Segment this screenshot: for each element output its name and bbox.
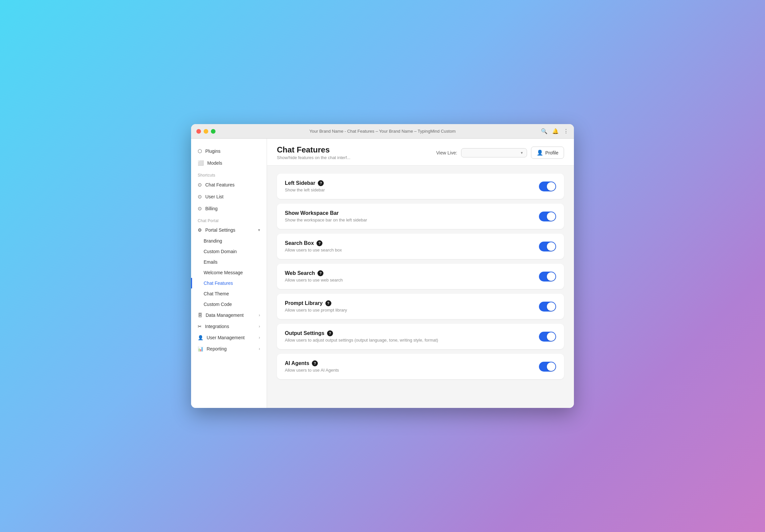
- sidebar: ⬡ Plugins ⬜ Models Shortcuts ⊙ Chat Feat…: [191, 139, 267, 408]
- data-management-chevron: ›: [259, 313, 260, 317]
- feature-card-prompt-library-left: Prompt Library ? Allow users to use prom…: [285, 300, 347, 312]
- sub-menu-emails[interactable]: Emails: [191, 257, 267, 267]
- feature-card-ai-agents-left: AI Agents ? Allow users to use AI Agents: [285, 360, 339, 372]
- reporting-icon: 📊: [198, 346, 203, 351]
- portal-settings-chevron: ▾: [258, 228, 260, 232]
- feature-card-output-settings-title: Output Settings ?: [285, 330, 438, 336]
- prompt-library-toggle-knob: [547, 302, 555, 311]
- chat-features-shortcut-icon: ⊙: [198, 182, 202, 188]
- sidebar-item-models[interactable]: ⬜ Models: [191, 157, 267, 169]
- sidebar-item-user-list[interactable]: ⊙ User List: [191, 191, 267, 203]
- prompt-library-toggle[interactable]: [539, 301, 556, 311]
- search-icon[interactable]: 🔍: [541, 128, 547, 134]
- user-management-row[interactable]: 👤 User Management ›: [191, 332, 267, 343]
- sidebar-item-billing[interactable]: ⊙ Billing: [191, 203, 267, 215]
- web-search-toggle-knob: [547, 272, 555, 281]
- page-subtitle: Show/hide features on the chat interf...: [277, 155, 351, 160]
- close-button[interactable]: [196, 129, 201, 134]
- feature-card-left-sidebar-left: Left Sidebar ? Show the left sidebar: [285, 180, 325, 193]
- sidebar-item-billing-label: Billing: [205, 206, 218, 211]
- profile-label: Profile: [545, 150, 558, 156]
- feature-card-workspace-bar-title: Show Workspace Bar: [285, 210, 367, 216]
- main-content: Chat Features Show/hide features on the …: [267, 139, 574, 408]
- search-box-toggle-knob: [547, 242, 555, 251]
- ai-agents-toggle-knob: [547, 362, 555, 371]
- left-sidebar-toggle-knob: [547, 182, 555, 191]
- output-settings-toggle[interactable]: [539, 332, 556, 341]
- feature-card-web-search-title: Web Search ?: [285, 270, 343, 276]
- data-management-row-left: 🗄 Data Management: [198, 312, 244, 318]
- feature-card-left-sidebar: Left Sidebar ? Show the left sidebar: [277, 174, 564, 199]
- data-management-label: Data Management: [206, 312, 244, 318]
- notification-icon[interactable]: 🔔: [552, 128, 559, 134]
- reporting-label: Reporting: [207, 346, 227, 351]
- ai-agents-help-icon[interactable]: ?: [312, 360, 318, 366]
- feature-card-output-settings: Output Settings ? Allow users to adjust …: [277, 324, 564, 349]
- models-icon: ⬜: [198, 160, 204, 166]
- integrations-row[interactable]: ✂ Integrations ›: [191, 321, 267, 332]
- sub-menu-welcome-message[interactable]: Welcome Message: [191, 267, 267, 278]
- feature-card-workspace-bar-left: Show Workspace Bar Show the workspace ba…: [285, 210, 367, 223]
- integrations-row-left: ✂ Integrations: [198, 324, 229, 329]
- feature-card-web-search-desc: Allow users to use web search: [285, 277, 343, 282]
- user-list-icon: ⊙: [198, 194, 202, 200]
- prompt-library-help-icon[interactable]: ?: [326, 300, 331, 306]
- sub-menu-custom-code[interactable]: Custom Code: [191, 299, 267, 309]
- feature-card-prompt-library-title: Prompt Library ?: [285, 300, 347, 306]
- search-box-help-icon[interactable]: ?: [317, 240, 323, 246]
- portal-settings-row-left: ⚙ Portal Settings: [198, 228, 235, 233]
- more-icon[interactable]: ⋮: [563, 128, 569, 134]
- reporting-row[interactable]: 📊 Reporting ›: [191, 343, 267, 354]
- feature-card-search-box-left: Search Box ? Allow users to use search b…: [285, 240, 342, 253]
- plugins-icon: ⬡: [198, 148, 202, 154]
- feature-card-web-search-left: Web Search ? Allow users to use web sear…: [285, 270, 343, 282]
- sidebar-item-user-list-label: User List: [205, 194, 224, 199]
- feature-card-left-sidebar-title: Left Sidebar ?: [285, 180, 325, 186]
- feature-card-web-search: Web Search ? Allow users to use web sear…: [277, 264, 564, 289]
- titlebar-icons: 🔍 🔔 ⋮: [541, 128, 569, 134]
- chat-portal-label: Chat Portal: [191, 215, 267, 225]
- page-title: Chat Features: [277, 145, 351, 155]
- maximize-button[interactable]: [211, 129, 216, 134]
- integrations-chevron: ›: [259, 324, 260, 329]
- sidebar-item-models-label: Models: [207, 160, 222, 166]
- feature-card-output-settings-desc: Allow users to adjust output settings (o…: [285, 337, 438, 342]
- main-header-left: Chat Features Show/hide features on the …: [277, 145, 351, 160]
- workspace-bar-toggle[interactable]: [539, 212, 556, 222]
- sub-menu-custom-domain[interactable]: Custom Domain: [191, 246, 267, 257]
- minimize-button[interactable]: [204, 129, 208, 134]
- search-box-toggle[interactable]: [539, 242, 556, 252]
- view-live-select[interactable]: ▾: [461, 148, 527, 158]
- user-management-icon: 👤: [198, 335, 203, 340]
- web-search-toggle[interactable]: [539, 271, 556, 281]
- profile-button[interactable]: 👤 Profile: [531, 147, 564, 159]
- billing-icon: ⊙: [198, 206, 202, 212]
- sub-menu-chat-theme[interactable]: Chat Theme: [191, 288, 267, 299]
- left-sidebar-help-icon[interactable]: ?: [318, 180, 324, 186]
- data-management-icon: 🗄: [198, 312, 202, 318]
- sub-menu-chat-features[interactable]: Chat Features: [191, 278, 267, 288]
- output-settings-toggle-knob: [547, 332, 555, 341]
- data-management-row[interactable]: 🗄 Data Management ›: [191, 309, 267, 321]
- feature-card-ai-agents: AI Agents ? Allow users to use AI Agents: [277, 354, 564, 379]
- output-settings-help-icon[interactable]: ?: [327, 330, 333, 336]
- feature-card-search-box: Search Box ? Allow users to use search b…: [277, 234, 564, 259]
- profile-icon: 👤: [537, 150, 543, 156]
- feature-card-left-sidebar-desc: Show the left sidebar: [285, 188, 325, 193]
- sub-menu-branding[interactable]: Branding: [191, 236, 267, 246]
- feature-card-prompt-library: Prompt Library ? Allow users to use prom…: [277, 294, 564, 319]
- view-live-label: View Live:: [436, 150, 457, 156]
- feature-card-output-settings-left: Output Settings ? Allow users to adjust …: [285, 330, 438, 342]
- feature-card-search-box-desc: Allow users to use search box: [285, 248, 342, 253]
- web-search-help-icon[interactable]: ?: [318, 270, 324, 276]
- app-body: ⬡ Plugins ⬜ Models Shortcuts ⊙ Chat Feat…: [191, 139, 574, 408]
- main-header-right: View Live: ▾ 👤 Profile: [436, 147, 564, 159]
- shortcuts-label: Shortcuts: [191, 169, 267, 179]
- user-management-label: User Management: [207, 335, 245, 340]
- portal-settings-row[interactable]: ⚙ Portal Settings ▾: [191, 225, 267, 236]
- ai-agents-toggle[interactable]: [539, 362, 556, 372]
- left-sidebar-toggle[interactable]: [539, 182, 556, 192]
- sidebar-item-plugins[interactable]: ⬡ Plugins: [191, 145, 267, 157]
- integrations-icon: ✂: [198, 324, 202, 329]
- sidebar-item-chat-features-shortcut[interactable]: ⊙ Chat Features: [191, 179, 267, 191]
